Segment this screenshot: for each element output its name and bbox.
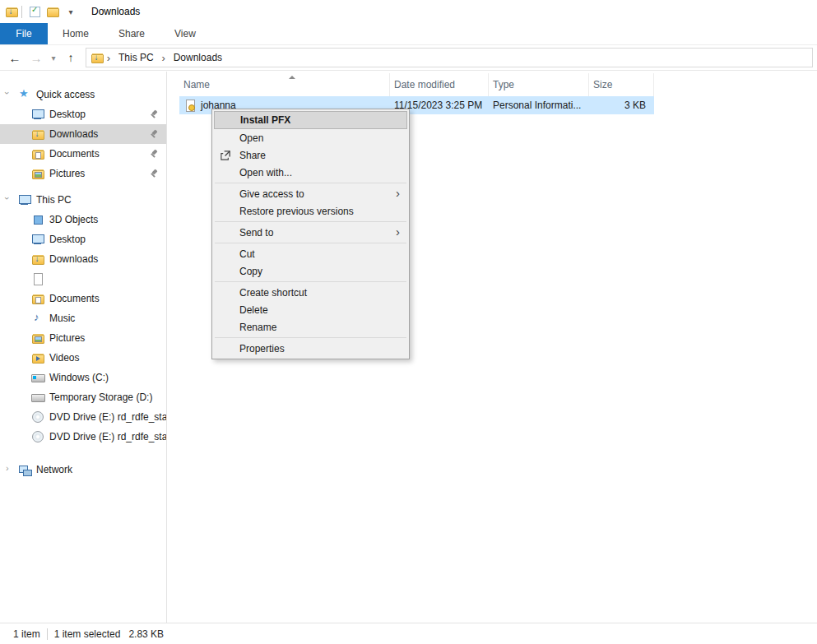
titlebar: Downloads bbox=[0, 0, 817, 23]
qat-new-folder-button[interactable] bbox=[44, 2, 62, 21]
documents-icon bbox=[31, 292, 44, 305]
breadcrumb-downloads[interactable]: Downloads bbox=[169, 52, 227, 63]
downloads-icon bbox=[31, 253, 44, 266]
sidebar-item-3d-objects[interactable]: 3D Objects bbox=[0, 210, 166, 229]
address-bar[interactable]: This PC Downloads bbox=[86, 48, 813, 67]
page-icon bbox=[31, 272, 44, 285]
sidebar-item-desktop-pc[interactable]: Desktop bbox=[0, 229, 166, 249]
file-size: 3 KB bbox=[589, 100, 654, 111]
qat-properties-button[interactable] bbox=[26, 2, 44, 21]
file-type: Personal Informati... bbox=[489, 100, 589, 111]
sidebar-item-temporary-storage-d[interactable]: Temporary Storage (D:) bbox=[0, 387, 166, 407]
sidebar-item-downloads-pc[interactable]: Downloads bbox=[0, 249, 166, 269]
sidebar-item-documents[interactable]: Documents bbox=[0, 144, 166, 164]
address-downloads-icon bbox=[91, 51, 104, 64]
documents-icon bbox=[31, 147, 44, 160]
qat-customize-dropdown-icon[interactable] bbox=[62, 2, 80, 21]
sidebar-item-label: Music bbox=[49, 313, 75, 324]
menu-item-copy[interactable]: Copy bbox=[214, 262, 407, 280]
menu-item-cut[interactable]: Cut bbox=[214, 245, 407, 262]
navigation-pane: Quick access Desktop Downloads Documents… bbox=[0, 72, 167, 623]
sidebar-item-label: Documents bbox=[49, 148, 100, 160]
pin-icon bbox=[148, 109, 160, 120]
menu-item-delete[interactable]: Delete bbox=[214, 301, 407, 318]
back-button[interactable] bbox=[4, 48, 26, 67]
chevron-down-icon[interactable] bbox=[6, 88, 16, 98]
menu-item-share[interactable]: Share bbox=[214, 146, 407, 164]
sidebar-item-desktop[interactable]: Desktop bbox=[0, 104, 166, 124]
forward-button[interactable] bbox=[26, 48, 47, 67]
sidebar-section-label: Network bbox=[36, 464, 72, 475]
column-header-name[interactable]: Name bbox=[179, 73, 390, 96]
tab-share[interactable]: Share bbox=[104, 23, 160, 44]
sidebar-gap bbox=[0, 447, 166, 460]
sidebar-item-music[interactable]: Music bbox=[0, 308, 166, 328]
menu-separator bbox=[215, 243, 406, 243]
breadcrumb-this-pc[interactable]: This PC bbox=[114, 52, 159, 63]
window-title: Downloads bbox=[91, 6, 140, 17]
tab-file[interactable]: File bbox=[0, 23, 48, 44]
music-note-icon bbox=[31, 312, 44, 325]
downloads-location-icon bbox=[5, 5, 18, 18]
sidebar-section-label: Quick access bbox=[36, 89, 95, 100]
tab-view[interactable]: View bbox=[160, 23, 211, 44]
sidebar-item-label: DVD Drive (E:) rd_rdfe_stable bbox=[49, 411, 166, 423]
tab-home[interactable]: Home bbox=[48, 23, 104, 44]
column-headers: Name Date modified Type Size bbox=[179, 73, 817, 96]
sidebar-item-label: Temporary Storage (D:) bbox=[49, 391, 152, 403]
column-label: Size bbox=[593, 79, 612, 90]
chevron-right-icon[interactable] bbox=[6, 463, 16, 473]
up-button[interactable] bbox=[60, 48, 81, 67]
drive-icon bbox=[31, 391, 44, 404]
column-header-size[interactable]: Size bbox=[589, 73, 654, 96]
pin-icon bbox=[148, 168, 160, 179]
menu-item-open[interactable]: Open bbox=[214, 129, 407, 146]
sidebar-item-dvd-drive-2[interactable]: DVD Drive (E:) rd_rdfe_stable.T bbox=[0, 427, 166, 447]
menu-item-create-shortcut[interactable]: Create shortcut bbox=[214, 284, 407, 301]
menu-item-properties[interactable]: Properties bbox=[214, 340, 407, 357]
column-header-date-modified[interactable]: Date modified bbox=[390, 73, 489, 96]
breadcrumb-chevron-icon[interactable] bbox=[159, 52, 169, 64]
sidebar-item-windows-c[interactable]: Windows (C:) bbox=[0, 368, 166, 387]
status-divider bbox=[47, 628, 48, 640]
menu-item-rename[interactable]: Rename bbox=[214, 318, 407, 336]
sidebar-item-label: Windows (C:) bbox=[49, 372, 109, 383]
menu-item-install-pfx[interactable]: Install PFX bbox=[214, 111, 407, 129]
sidebar-item-label: Downloads bbox=[49, 253, 98, 265]
sidebar-item-label: 3D Objects bbox=[49, 214, 98, 225]
monitor-icon bbox=[31, 108, 44, 121]
menu-item-send-to[interactable]: Send to bbox=[214, 224, 407, 241]
recent-locations-dropdown-icon[interactable] bbox=[47, 48, 60, 67]
sidebar-item-unnamed[interactable] bbox=[0, 269, 166, 289]
folder-icon bbox=[46, 5, 59, 18]
network-icon bbox=[18, 463, 31, 476]
certificate-file-icon bbox=[183, 99, 197, 112]
sidebar-item-dvd-drive-1[interactable]: DVD Drive (E:) rd_rdfe_stable bbox=[0, 407, 166, 427]
dvd-disc-icon bbox=[31, 410, 44, 424]
sidebar-item-pictures-pc[interactable]: Pictures bbox=[0, 328, 166, 348]
status-bar: 1 item 1 item selected 2.83 KB bbox=[0, 623, 817, 644]
chevron-down-icon[interactable] bbox=[6, 193, 16, 203]
sidebar-item-pictures[interactable]: Pictures bbox=[0, 164, 166, 183]
sidebar-item-label: Desktop bbox=[49, 234, 86, 245]
qat-divider bbox=[21, 6, 22, 18]
menu-item-open-with[interactable]: Open with... bbox=[214, 164, 407, 181]
sidebar-item-videos[interactable]: Videos bbox=[0, 348, 166, 368]
context-menu: Install PFX Open Share Open with... Give… bbox=[211, 109, 410, 359]
menu-item-give-access-to[interactable]: Give access to bbox=[214, 185, 407, 202]
sidebar-this-pc[interactable]: This PC bbox=[0, 190, 166, 210]
menu-separator bbox=[215, 183, 406, 183]
sidebar-network[interactable]: Network bbox=[0, 460, 166, 480]
breadcrumb-chevron-icon[interactable] bbox=[104, 52, 114, 64]
sidebar-item-label: Pictures bbox=[49, 332, 85, 344]
sidebar-item-documents-pc[interactable]: Documents bbox=[0, 289, 166, 308]
column-header-type[interactable]: Type bbox=[489, 73, 589, 96]
sidebar-item-label: Desktop bbox=[49, 109, 86, 120]
quick-access-star-icon bbox=[18, 88, 31, 101]
menu-separator bbox=[215, 281, 406, 282]
menu-item-restore-previous-versions[interactable]: Restore previous versions bbox=[214, 202, 407, 220]
sidebar-item-downloads[interactable]: Downloads bbox=[0, 124, 166, 144]
sidebar-quick-access[interactable]: Quick access bbox=[0, 85, 166, 104]
column-label: Date modified bbox=[394, 79, 455, 90]
menu-item-label: Share bbox=[239, 150, 266, 161]
